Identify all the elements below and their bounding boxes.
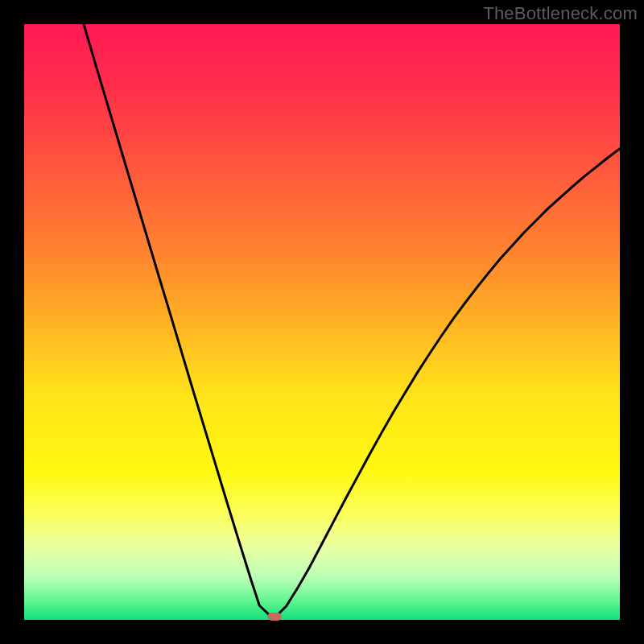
optimum-marker [267, 613, 281, 621]
chart-frame: TheBottleneck.com [0, 0, 644, 644]
chart-background [24, 24, 620, 620]
watermark-text: TheBottleneck.com [483, 3, 638, 24]
chart-plot-svg [24, 24, 620, 620]
